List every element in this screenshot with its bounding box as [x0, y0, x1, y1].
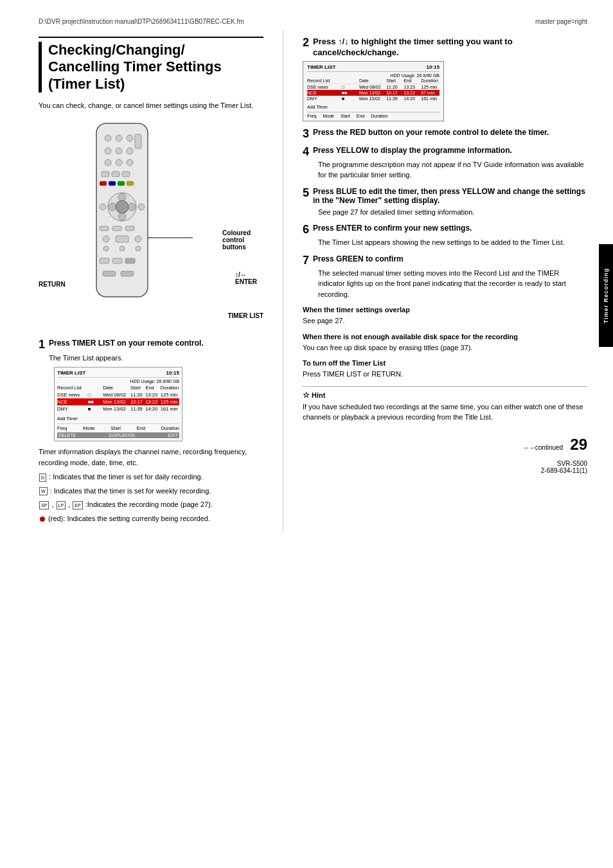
svg-point-22	[109, 203, 116, 211]
hint-body: If you have scheduled two recordings at …	[303, 402, 587, 423]
step-4: 4 Press YELLOW to display the programme …	[303, 146, 587, 181]
tl1-btns: DELETE DISPLAY/OK EXIT	[57, 432, 179, 438]
svg-rect-15	[109, 181, 116, 186]
tl1-row-3: DMY ■ Mon 13/02 11:39 14:20 161 min	[57, 405, 179, 412]
svg-rect-37	[125, 258, 135, 263]
subsection-body-3: Press TIMER LIST or RETURN.	[303, 369, 587, 380]
subsection-title-3: To turn off the Timer List	[303, 359, 587, 367]
svg-point-33	[120, 246, 125, 251]
tl1-col-headers: Record List Date Start End Duration	[57, 384, 179, 391]
bottom-icon2: W : Indicates that the timer is set for …	[39, 486, 263, 497]
st2-row-1: DSE news □ Wed 08/02 11:20 13:23 125 min	[307, 84, 440, 90]
svg-rect-11	[102, 172, 109, 177]
step-4-title: Press YELLOW to display the programme in…	[313, 146, 512, 155]
st2-hdd: HDD Usage: 26.9/80 GB	[307, 73, 440, 78]
tl1-footer: Freq Mode Start End Duration	[57, 423, 179, 431]
column-divider	[283, 30, 283, 531]
svg-point-31	[135, 236, 141, 242]
bottom-icon1: D : Indicates that the timer is set for …	[39, 472, 263, 483]
enter-label: ↕/↔ENTER	[235, 271, 257, 285]
title-rule	[39, 37, 263, 38]
side-tab: Timer Recording	[599, 244, 613, 347]
steps-3-7: 3 Press the RED button on your remote co…	[303, 128, 587, 300]
tl1-row-2: NCE ■■ Mon 13/02 10:17 13:22 125 min	[57, 398, 179, 405]
step-6-header: 6 Press ENTER to confirm your new settin…	[303, 224, 587, 235]
svg-rect-17	[127, 181, 134, 186]
timer-list-screenshot-2: TIMER LIST 10:15 HDD Usage: 26.9/80 GB R…	[303, 61, 444, 121]
svg-point-29	[103, 236, 109, 242]
svg-rect-14	[100, 181, 107, 186]
step-3: 3 Press the RED button on your remote co…	[303, 128, 587, 139]
svg-rect-28	[125, 226, 134, 231]
model-code: 2-689-634-11(1)	[303, 467, 587, 474]
st2-col-row: Record List Date Start End Duration	[307, 78, 440, 84]
svg-point-7	[127, 148, 133, 154]
subsections: When the timer settings overlap See page…	[303, 306, 587, 380]
svg-point-32	[103, 246, 109, 251]
model-footer: SVR-S500 2-689-634-11(1)	[303, 460, 587, 474]
step-7-body: The selected manual timer setting moves …	[318, 268, 587, 300]
step-5-title: Press BLUE to edit the timer, then press…	[313, 187, 587, 205]
svg-rect-4	[135, 134, 141, 148]
svg-rect-12	[112, 172, 120, 177]
tl1-add-timer: Add Timer	[57, 416, 179, 421]
step-6: 6 Press ENTER to confirm your new settin…	[303, 224, 587, 248]
master-page: master page=right	[535, 18, 587, 25]
step-2-title: Press ↑/↓ to highlight the timer setting…	[313, 37, 587, 58]
page-number: 29	[570, 436, 587, 453]
svg-point-20	[128, 203, 136, 211]
ep-icon: EP	[73, 501, 82, 509]
svg-point-25	[138, 204, 145, 210]
tl1-header: TIMER LIST 10:15	[57, 370, 179, 378]
intro-text: You can check, change, or cancel timer s…	[39, 100, 263, 111]
step-3-header: 3 Press the RED button on your remote co…	[303, 128, 587, 139]
svg-point-3	[127, 135, 133, 141]
st2-row-3: DMY ■ Mon 13/02 11:39 14:20 161 min	[307, 96, 440, 102]
remote-diagram: Coloured control buttons ↕/↔ENTER RETURN…	[39, 120, 263, 332]
st2-add-timer: Add Timer	[307, 105, 440, 109]
svg-rect-26	[100, 226, 109, 231]
svg-point-34	[136, 246, 141, 251]
subsection-title-2: When there is not enough available disk …	[303, 333, 587, 341]
svg-point-6	[116, 148, 122, 154]
step-1-sub: The Timer List appears.	[49, 353, 263, 364]
timer-list-screenshot-1: TIMER LIST 10:15 HDD Usage: 26.9/80 GB R…	[54, 367, 182, 441]
step-1: 1 Press TIMER LIST on your remote contro…	[39, 339, 263, 442]
subsection-body-2: You can free up disk space by erasing ti…	[303, 342, 587, 353]
svg-point-8	[105, 159, 111, 166]
step-6-body: The Timer List appears showing the new s…	[318, 237, 587, 248]
svg-point-23	[116, 200, 129, 213]
subsection-body-1: See page 27.	[303, 315, 587, 326]
svg-rect-39	[121, 271, 134, 276]
step-1-title: Press TIMER LIST on your remote control.	[49, 339, 204, 349]
file-path: D:\DVR project\Instruction manual\DTP\26…	[39, 18, 244, 25]
bottom-para1: Timer information displays the channel n…	[39, 447, 263, 468]
header: D:\DVR project\Instruction manual\DTP\26…	[0, 13, 613, 30]
svg-point-10	[127, 159, 133, 166]
arrow-right-icon: →	[522, 444, 529, 451]
remote-svg	[58, 120, 186, 313]
left-column: Checking/Changing/ Cancelling Timer Sett…	[0, 30, 276, 531]
model-name: SVR-S500	[303, 460, 587, 467]
svg-point-1	[105, 135, 111, 141]
step-7-header: 7 Press GREEN to confirm	[303, 254, 587, 266]
step-5-body: See page 27 for detailed timer setting i…	[318, 207, 587, 218]
step-2: 2 Press ↑/↓ to highlight the timer setti…	[303, 37, 587, 121]
step-7: 7 Press GREEN to confirm The selected ma…	[303, 254, 587, 300]
step-4-header: 4 Press YELLOW to display the programme …	[303, 146, 587, 157]
svg-rect-13	[122, 172, 130, 177]
hint-title: ☆ Hint	[303, 391, 587, 400]
step-2-header: 2 Press ↑/↓ to highlight the timer setti…	[303, 37, 587, 58]
svg-point-5	[105, 148, 111, 154]
svg-point-9	[116, 159, 122, 166]
subsection-title-1: When the timer settings overlap	[303, 306, 587, 314]
st2-row-2: NCE ■■ Mon 13/02 10:17 13:22 67 min	[307, 90, 440, 96]
step-5: 5 Press BLUE to edit the timer, then pre…	[303, 187, 587, 218]
red-dot-icon	[40, 517, 45, 522]
svg-point-24	[100, 204, 106, 210]
coloured-label: Coloured control buttons	[222, 229, 251, 251]
step-1-header: 1 Press TIMER LIST on your remote contro…	[39, 339, 263, 350]
step-7-title: Press GREEN to confirm	[313, 254, 404, 263]
page-title: Checking/Changing/ Cancelling Timer Sett…	[39, 42, 263, 93]
arrow-coloured	[148, 233, 199, 242]
